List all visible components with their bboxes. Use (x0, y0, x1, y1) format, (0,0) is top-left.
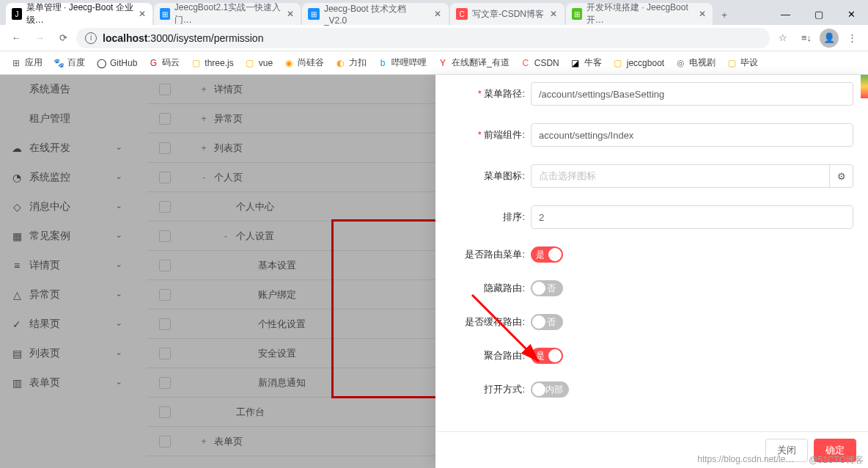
app-body: 系统通告租户管理☁在线开发›◔系统监控›◇消息中心›▦常见案例›≡详情页›△异常… (0, 75, 868, 468)
row-checkbox[interactable] (159, 318, 171, 330)
browser-tab[interactable]: J 菜单管理 · Jeecg-Boot 企业级… ✕ (6, 3, 152, 25)
bookmark-label: CSDN (534, 58, 559, 68)
bookmark-item[interactable]: ▢three.js (185, 54, 238, 72)
menu-path-input[interactable]: /account/settings/BaseSetting (531, 82, 853, 106)
bookmark-item[interactable]: ◪牛客 (565, 54, 606, 72)
gear-icon[interactable]: ⚙ (829, 165, 853, 187)
sort-input[interactable]: 2 (531, 205, 853, 229)
bookmark-item[interactable]: ▢vue (240, 54, 277, 72)
bookmark-item[interactable]: ▢毕设 (721, 54, 762, 72)
browser-tab[interactable]: C 写文章-CSDN博客 ✕ (450, 3, 564, 25)
chevron-down-icon: › (115, 147, 123, 149)
bookmark-icon: ▢ (190, 57, 202, 69)
row-checkbox[interactable] (159, 260, 171, 271)
route-menu-switch[interactable]: 是 (531, 246, 563, 263)
open-mode-switch[interactable]: 内部 (531, 381, 569, 398)
close-window-button[interactable]: ✕ (835, 3, 868, 25)
chevron-down-icon: › (115, 235, 123, 237)
reading-list-icon[interactable]: ≡↓ (796, 28, 817, 48)
expand-icon[interactable]: + (198, 113, 210, 124)
back-button[interactable]: ← (6, 28, 26, 48)
favorite-button[interactable]: ☆ (773, 28, 793, 48)
browser-tab[interactable]: ⊞ JeecgBoot2.1实战一快速入门… ✕ (154, 3, 301, 25)
bookmark-icon: G (147, 57, 159, 69)
expand-icon[interactable]: + (198, 84, 210, 95)
menu-name: 新消息通知 (258, 376, 306, 390)
sidebar-item[interactable]: ✓结果页› (0, 310, 132, 339)
row-checkbox[interactable] (159, 113, 171, 125)
expand-icon[interactable]: + (198, 142, 210, 153)
bookmark-label: 牛客 (584, 56, 602, 69)
row-checkbox[interactable] (159, 172, 171, 183)
bookmark-item[interactable]: CCSDN (515, 54, 564, 72)
browser-tab[interactable]: ⊞ 开发环境搭建 · JeecgBoot 开… ✕ (566, 3, 713, 25)
sidebar-item[interactable]: ☁在线开发› (0, 134, 132, 163)
menu-name: 列表页 (214, 142, 243, 155)
menu-name: 账户绑定 (258, 288, 296, 301)
row-checkbox[interactable] (159, 289, 171, 301)
menu-name: 表单页 (214, 435, 243, 448)
sidebar-item[interactable]: 租户管理 (0, 104, 132, 134)
profile-icon[interactable]: 👤 (820, 29, 839, 48)
aggregate-route-switch[interactable]: 是 (531, 348, 563, 364)
favicon: ⊞ (160, 8, 170, 20)
expand-icon[interactable]: + (198, 436, 210, 447)
close-icon[interactable]: ✕ (433, 9, 443, 19)
close-icon[interactable]: ✕ (698, 9, 707, 19)
bookmark-item[interactable]: ⊞应用 (6, 54, 47, 72)
sidebar: 系统通告租户管理☁在线开发›◔系统监控›◇消息中心›▦常见案例›≡详情页›△异常… (0, 75, 132, 468)
row-checkbox[interactable] (159, 142, 171, 154)
chevron-down-icon: › (115, 323, 123, 325)
bookmark-label: GitHub (110, 58, 137, 68)
bookmark-item[interactable]: ▢jeccgboot (608, 54, 669, 72)
sidebar-item[interactable]: ◔系统监控› (0, 163, 132, 192)
close-icon[interactable]: ✕ (138, 9, 147, 19)
sidebar-item[interactable]: ▥表单页› (0, 368, 132, 398)
icon-input[interactable]: 点击选择图标 ⚙ (531, 164, 853, 188)
expand-icon[interactable]: - (220, 230, 232, 241)
sidebar-item[interactable]: ◇消息中心› (0, 192, 132, 222)
sidebar-item-label: 结果页 (29, 318, 60, 331)
reload-button[interactable]: ⟳ (53, 28, 73, 48)
drawer-form: 菜单路径: /account/settings/BaseSetting 前端组件… (435, 75, 868, 431)
new-tab-button[interactable]: + (714, 4, 735, 25)
sidebar-item[interactable]: 系统通告 (0, 75, 132, 104)
component-input[interactable]: account/settings/Index (531, 123, 853, 147)
bookmark-item[interactable]: ◉尚硅谷 (279, 54, 328, 72)
bookmark-item[interactable]: ◎电视剧 (670, 54, 720, 72)
bookmark-item[interactable]: 🐾百度 (48, 54, 89, 72)
minimize-button[interactable]: — (769, 3, 802, 25)
cache-route-switch[interactable]: 否 (531, 314, 563, 330)
sidebar-item[interactable]: ▤列表页› (0, 339, 132, 368)
icon-label: 菜单图标: (435, 169, 531, 183)
row-checkbox[interactable] (159, 436, 171, 447)
bookmark-icon: 🐾 (53, 57, 65, 69)
address-bar[interactable]: i localhost:3000/isystem/permission (76, 28, 770, 48)
site-info-icon[interactable]: i (85, 32, 97, 44)
row-checkbox[interactable] (159, 406, 171, 418)
row-checkbox[interactable] (159, 348, 171, 359)
bookmark-item[interactable]: b哔哩哔哩 (372, 54, 431, 72)
bookmark-item[interactable]: Y在线翻译_有道 (433, 54, 514, 72)
forward-button[interactable]: → (29, 28, 50, 48)
bookmark-item[interactable]: ◐力扣 (330, 54, 371, 72)
row-checkbox[interactable] (159, 230, 171, 242)
row-checkbox[interactable] (159, 377, 171, 389)
expand-icon[interactable]: - (198, 172, 210, 183)
close-icon[interactable]: ✕ (286, 9, 295, 19)
maximize-button[interactable]: ▢ (802, 3, 835, 25)
bookmark-item[interactable]: ◯GitHub (91, 54, 141, 72)
chevron-down-icon: › (115, 176, 123, 178)
bookmark-icon: ▢ (612, 57, 624, 69)
sidebar-item[interactable]: △异常页› (0, 280, 132, 310)
row-checkbox[interactable] (159, 84, 171, 95)
close-icon[interactable]: ✕ (548, 9, 559, 19)
bookmark-label: three.js (205, 58, 233, 68)
sidebar-item[interactable]: ▦常见案例› (0, 222, 132, 251)
menu-button[interactable]: ⋮ (842, 28, 862, 48)
browser-tab[interactable]: ⊞ Jeecg-Boot 技术文档_V2.0 ✕ (302, 3, 449, 25)
hide-route-switch[interactable]: 否 (531, 280, 563, 296)
row-checkbox[interactable] (159, 201, 171, 213)
bookmark-item[interactable]: G码云 (143, 54, 184, 72)
sidebar-item[interactable]: ≡详情页› (0, 251, 132, 280)
